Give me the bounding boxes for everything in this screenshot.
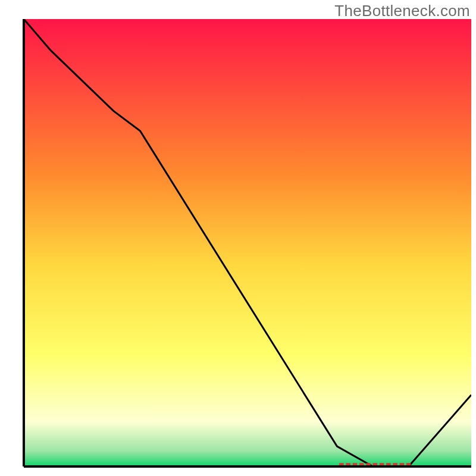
plot-background xyxy=(24,19,471,466)
chart-svg xyxy=(0,0,476,476)
chart-stage: TheBottleneck.com xyxy=(0,0,476,476)
